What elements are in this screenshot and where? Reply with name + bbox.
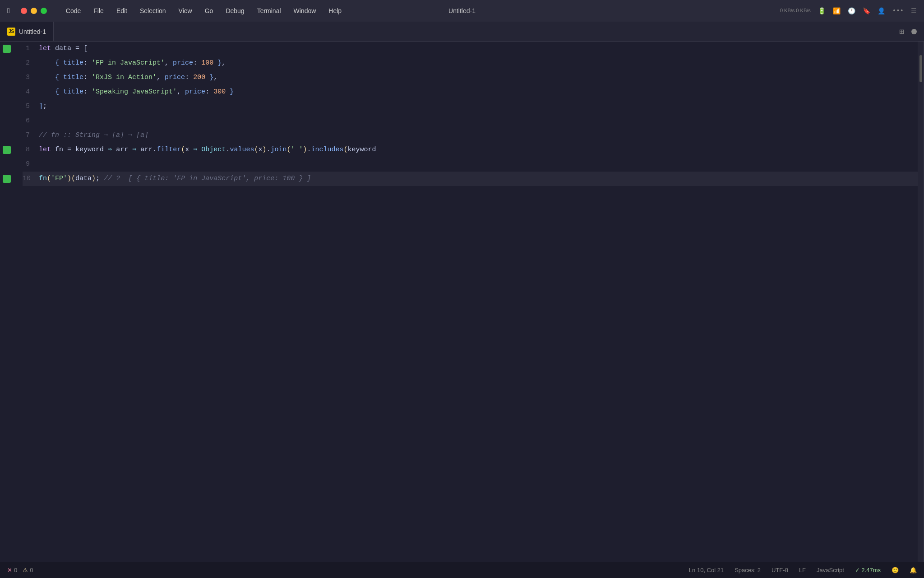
code-line-9: 9 xyxy=(23,157,918,172)
line-content-5: ]; xyxy=(39,99,47,114)
line-content-1: let data = [ xyxy=(39,42,88,56)
battery-icon: 🔋 xyxy=(818,7,826,15)
window-title: Untitled-1 xyxy=(448,7,476,14)
code-editor-area[interactable]: 1 let data = [ 2 { title: 'FP in JavaScr… xyxy=(23,42,918,562)
line-content-3: { title: 'RxJS in Action', price: 200 }, xyxy=(39,70,217,85)
line-ending-indicator[interactable]: LF xyxy=(799,567,806,573)
line-number-1: 1 xyxy=(23,42,39,56)
titlebar:  Code File Edit Selection View Go Debug… xyxy=(0,0,924,22)
scrollbar-thumb[interactable] xyxy=(919,55,922,82)
warning-icon: ⚠ xyxy=(23,567,28,573)
line-number-7: 7 xyxy=(23,128,39,143)
menu-edit[interactable]: Edit xyxy=(112,5,132,16)
warning-count: 0 xyxy=(30,567,33,573)
breakpoint-gutter xyxy=(0,42,23,562)
bell-icon[interactable]: 🔔 xyxy=(910,567,917,573)
editor: 1 let data = [ 2 { title: 'FP in JavaScr… xyxy=(0,42,924,562)
maximize-button[interactable] xyxy=(41,8,47,14)
js-file-icon: JS xyxy=(7,28,15,36)
close-button[interactable] xyxy=(21,8,27,14)
line-content-2: { title: 'FP in JavaScript', price: 100 … xyxy=(39,56,226,70)
error-icon: ✕ xyxy=(7,567,12,573)
code-line-7: 7 // fn :: String → [a] → [a] xyxy=(23,128,918,143)
encoding-indicator[interactable]: UTF-8 xyxy=(772,567,788,573)
tabbar-right: ⊞ xyxy=(899,27,924,37)
menu-window[interactable]: Window xyxy=(289,5,321,16)
wifi-icon: 📶 xyxy=(833,7,841,15)
time-icon: 🕐 xyxy=(848,7,855,15)
tab-filename: Untitled-1 xyxy=(19,28,46,35)
statusbar-left: ✕ 0 ⚠ 0 xyxy=(7,567,33,573)
line-content-10: fn('FP')(data); // ? [ { title: 'FP in J… xyxy=(39,172,311,186)
code-line-6: 6 xyxy=(23,114,918,128)
list-icon[interactable]: ☰ xyxy=(911,7,917,15)
line-number-3: 3 xyxy=(23,70,39,85)
line-number-5: 5 xyxy=(23,99,39,114)
line-content-7: // fn :: String → [a] → [a] xyxy=(39,128,148,143)
menu-help[interactable]: Help xyxy=(324,5,346,16)
breakpoint-8[interactable] xyxy=(3,146,11,154)
line-content-8: let fn = keyword ⇒ arr ⇒ arr.filter(x ⇒ … xyxy=(39,143,376,157)
bookmark-icon: 🔖 xyxy=(863,7,870,15)
errors-indicator[interactable]: ✕ 0 ⚠ 0 xyxy=(7,567,33,573)
menu-debug[interactable]: Debug xyxy=(221,5,249,16)
traffic-lights xyxy=(21,8,47,14)
line-number-9: 9 xyxy=(23,157,39,172)
apple-logo-icon:  xyxy=(7,7,10,15)
code-line-2: 2 { title: 'FP in JavaScript', price: 10… xyxy=(23,56,918,70)
spaces-indicator[interactable]: Spaces: 2 xyxy=(735,567,761,573)
breakpoint-1[interactable] xyxy=(3,45,11,53)
line-content-4: { title: 'Speaking JavaScript', price: 3… xyxy=(39,85,234,99)
menu-view[interactable]: View xyxy=(174,5,197,16)
line-number-4: 4 xyxy=(23,85,39,99)
cursor-position[interactable]: Ln 10, Col 21 xyxy=(689,567,724,573)
timing-indicator: ✓ 2.47ms xyxy=(855,567,881,573)
code-line-1: 1 let data = [ xyxy=(23,42,918,56)
line-number-6: 6 xyxy=(23,114,39,128)
menu-code[interactable]: Code xyxy=(61,5,85,16)
code-line-10: 10 fn('FP')(data); // ? [ { title: 'FP i… xyxy=(23,172,918,186)
code-line-5: 5 ]; xyxy=(23,99,918,114)
error-count: 0 xyxy=(14,567,17,573)
statusbar: ✕ 0 ⚠ 0 Ln 10, Col 21 Spaces: 2 UTF-8 LF… xyxy=(0,562,924,578)
language-indicator[interactable]: JavaScript xyxy=(817,567,844,573)
menu-go[interactable]: Go xyxy=(200,5,218,16)
line-number-8: 8 xyxy=(23,143,39,157)
scrollbar-track[interactable] xyxy=(918,42,924,562)
line-number-10: 10 xyxy=(23,172,39,186)
menu-file[interactable]: File xyxy=(89,5,108,16)
code-line-8: 8 let fn = keyword ⇒ arr ⇒ arr.filter(x … xyxy=(23,143,918,157)
menu-selection[interactable]: Selection xyxy=(135,5,171,16)
split-editor-icon[interactable]: ⊞ xyxy=(899,27,904,37)
titlebar-right: 0 KB/s 0 KB/s 🔋 📶 🕐 🔖 👤 ••• ☰ xyxy=(780,7,917,15)
statusbar-right: Ln 10, Col 21 Spaces: 2 UTF-8 LF JavaScr… xyxy=(689,567,917,573)
dot-indicator xyxy=(911,29,917,34)
more-icon[interactable]: ••• xyxy=(892,7,904,14)
network-info: 0 KB/s 0 KB/s xyxy=(780,7,811,14)
editor-tab[interactable]: JS Untitled-1 xyxy=(0,22,54,41)
smiley-icon[interactable]: 🙂 xyxy=(892,567,899,573)
titlebar-left:  Code File Edit Selection View Go Debug… xyxy=(7,5,346,16)
profile-icon: 👤 xyxy=(878,7,885,15)
code-line-4: 4 { title: 'Speaking JavaScript', price:… xyxy=(23,85,918,99)
breakpoint-10[interactable] xyxy=(3,175,11,183)
minimize-button[interactable] xyxy=(31,8,37,14)
menu-terminal[interactable]: Terminal xyxy=(253,5,286,16)
code-line-3: 3 { title: 'RxJS in Action', price: 200 … xyxy=(23,70,918,85)
tabbar: JS Untitled-1 ⊞ xyxy=(0,22,924,42)
line-number-2: 2 xyxy=(23,56,39,70)
